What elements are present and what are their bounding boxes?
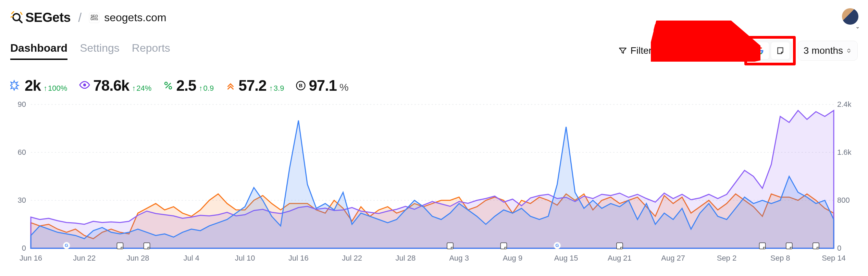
stat-impressions-value: 78.6k: [93, 77, 129, 94]
svg-text:Aug 15: Aug 15: [554, 254, 578, 262]
filter-button[interactable]: Filter: [618, 45, 652, 56]
svg-text:800: 800: [837, 196, 850, 204]
svg-text:Jun 22: Jun 22: [73, 254, 96, 262]
svg-text:Aug 9: Aug 9: [503, 254, 523, 262]
stat-ctr-value: 2.5: [176, 77, 196, 94]
svg-text:Jul 28: Jul 28: [396, 254, 416, 262]
svg-rect-53: [786, 243, 792, 249]
logo-text-seo: SE: [25, 10, 42, 25]
svg-point-7: [711, 51, 714, 54]
svg-line-1: [19, 20, 22, 23]
tab-reports[interactable]: Reports: [132, 42, 170, 60]
svg-text:0: 0: [22, 244, 26, 252]
stat-clicks[interactable]: 2k ↑100%: [10, 77, 67, 94]
svg-line-8: [708, 49, 712, 53]
eye-icon: [79, 79, 90, 91]
toggle-ctr[interactable]: [701, 42, 720, 60]
toggle-position[interactable]: [721, 42, 741, 60]
eye-icon: [685, 46, 694, 55]
position-icon: [225, 80, 236, 91]
site-selector[interactable]: SEOGets seogets.com: [89, 11, 166, 24]
svg-text:Aug 27: Aug 27: [661, 254, 685, 262]
svg-point-5: [689, 50, 691, 52]
stat-brand-value: 97.1: [309, 77, 337, 94]
svg-text:Aug 3: Aug 3: [449, 254, 469, 262]
stat-position-value: 57.2: [238, 77, 266, 94]
filter-icon: [618, 46, 627, 55]
svg-rect-54: [813, 243, 819, 249]
svg-text:Jun 16: Jun 16: [20, 254, 42, 262]
tab-dashboard[interactable]: Dashboard: [10, 42, 67, 60]
clicks-icon: [665, 46, 674, 55]
stat-impressions-delta: ↑24%: [132, 84, 151, 93]
percent-icon: [706, 46, 715, 55]
site-domain: seogets.com: [104, 11, 166, 24]
source-toggle-group: [748, 40, 792, 61]
date-range-label: 3 months: [804, 45, 843, 56]
breadcrumb-separator: /: [78, 11, 82, 25]
stat-brand[interactable]: B 97.1 %: [296, 77, 348, 94]
svg-text:B: B: [299, 83, 303, 88]
svg-text:Sep 2: Sep 2: [717, 254, 737, 262]
svg-line-4: [21, 12, 22, 14]
avatar[interactable]: [842, 8, 858, 25]
svg-rect-48: [500, 243, 507, 249]
stat-impressions[interactable]: 78.6k ↑24%: [79, 77, 151, 94]
svg-text:60: 60: [18, 148, 26, 156]
logo-spark-icon: [10, 11, 24, 25]
svg-rect-45: [117, 243, 123, 249]
metric-toggle-group: [658, 40, 742, 61]
svg-text:Jul 10: Jul 10: [235, 254, 255, 262]
svg-point-10: [165, 82, 168, 85]
toggle-impressions[interactable]: [680, 42, 699, 60]
svg-text:Sep 8: Sep 8: [770, 254, 790, 262]
stat-position-delta: ↑3.9: [269, 84, 284, 93]
svg-text:Jul 16: Jul 16: [288, 254, 309, 262]
clicks-icon: [10, 79, 22, 91]
stat-clicks-value: 2k: [25, 77, 41, 94]
note-icon: [776, 46, 785, 55]
toolbar: Filter: [618, 40, 858, 61]
svg-text:Jun 28: Jun 28: [127, 254, 149, 262]
tab-settings[interactable]: Settings: [80, 42, 120, 60]
brand-icon: B: [296, 80, 306, 91]
tabs: Dashboard Settings Reports: [10, 42, 170, 60]
svg-point-6: [707, 48, 710, 50]
svg-line-2: [12, 12, 14, 14]
date-range-select[interactable]: 3 months: [798, 41, 858, 61]
svg-text:90: 90: [18, 101, 26, 109]
toggle-notes-source[interactable]: [771, 42, 790, 60]
svg-rect-46: [144, 243, 150, 249]
chart: 030609008001.6k2.4kJun 16Jun 22Jun 28Jul…: [10, 101, 858, 265]
svg-text:G: G: [65, 243, 68, 248]
nav-row: Dashboard Settings Reports Filter: [0, 28, 868, 61]
svg-text:0: 0: [837, 244, 841, 252]
toggle-clicks[interactable]: [660, 42, 679, 60]
stat-ctr-delta: ↑0.9: [199, 84, 214, 93]
chart-svg: 030609008001.6k2.4kJun 16Jun 22Jun 28Jul…: [10, 101, 858, 265]
svg-rect-52: [759, 243, 766, 249]
svg-text:G: G: [556, 243, 559, 248]
svg-text:Aug 21: Aug 21: [608, 254, 632, 262]
app-logo[interactable]: SEGets: [10, 10, 71, 25]
stats-row: 2k ↑100% 78.6k ↑24% 2.5 ↑0.9 57.2 ↑3.9 B…: [0, 61, 868, 98]
stat-position[interactable]: 57.2 ↑3.9: [225, 77, 284, 94]
site-favicon-icon: SEOGets: [89, 13, 99, 23]
svg-point-11: [169, 87, 172, 89]
position-icon: [727, 46, 735, 55]
header: SEGets / SEOGets seogets.com: [0, 0, 868, 28]
stat-ctr[interactable]: 2.5 ↑0.9: [163, 77, 214, 94]
svg-text:Sep 14: Sep 14: [822, 254, 846, 262]
svg-text:1.6k: 1.6k: [837, 148, 852, 156]
svg-point-9: [83, 84, 86, 87]
google-icon: [755, 46, 764, 55]
select-caret-icon: [846, 48, 852, 54]
chevron-down-icon[interactable]: ⌄: [855, 23, 860, 30]
svg-line-12: [166, 83, 171, 88]
toggle-google-source[interactable]: [750, 42, 769, 60]
filter-label: Filter: [631, 45, 652, 56]
percent-icon: [163, 80, 173, 91]
svg-text:Jul 4: Jul 4: [184, 254, 199, 262]
stat-clicks-delta: ↑100%: [44, 84, 67, 93]
stat-brand-suffix: %: [339, 81, 349, 93]
